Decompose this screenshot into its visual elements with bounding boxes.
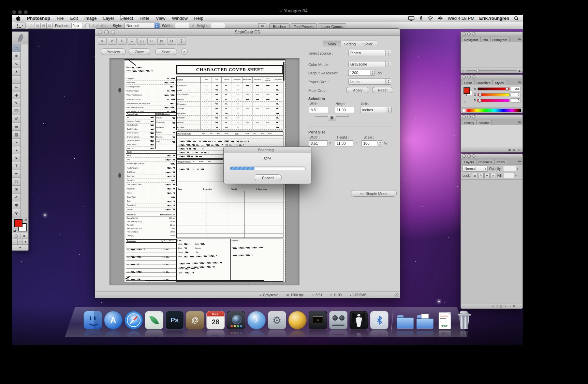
reset-button[interactable]: Reset — [372, 87, 393, 93]
palette-minimize-icon[interactable] — [467, 115, 471, 118]
palette-titlebar[interactable] — [461, 75, 523, 79]
zoom-button[interactable]: Zoom — [129, 48, 150, 55]
info-icon[interactable]: ⓘ — [177, 37, 186, 45]
select-source-dropdown[interactable]: Platen▲▼ — [348, 50, 391, 56]
layers-list[interactable] — [461, 179, 523, 303]
shape-tool[interactable]: ◻ — [12, 177, 21, 186]
file-browser-button[interactable]: ▧ — [258, 23, 266, 28]
display-menu-icon[interactable] — [408, 16, 414, 21]
palette-titlebar[interactable] — [461, 32, 523, 36]
apple-menu-icon[interactable] — [16, 16, 20, 21]
ical-dock-icon[interactable]: DEC28 — [206, 311, 225, 329]
system-preferences-dock-icon[interactable]: ⚙ — [268, 311, 286, 329]
print-height-input[interactable]: 11.00 — [335, 140, 353, 146]
history-brush-tool[interactable]: ↺ — [12, 115, 21, 123]
output-resolution-input[interactable]: 1200 — [348, 70, 370, 76]
anti-alias-checkbox[interactable] — [85, 24, 90, 28]
palette-tab[interactable]: Navigator — [462, 37, 481, 42]
green-slider[interactable] — [477, 93, 510, 96]
healing-brush-tool[interactable]: ✚ — [12, 91, 21, 99]
menu-item[interactable]: Edit — [70, 16, 78, 21]
mirror-icon[interactable]: ◫ — [137, 37, 146, 45]
lock-position-icon[interactable]: ✥ — [484, 173, 490, 178]
gold-orb-dock-icon[interactable] — [288, 311, 307, 329]
opacity-arrow-icon[interactable]: ▸ — [517, 167, 519, 170]
print-scale-input[interactable]: 100 — [362, 140, 377, 146]
safari-dock-icon[interactable] — [124, 311, 143, 329]
palette-close-icon[interactable] — [462, 75, 466, 79]
new-selection-icon[interactable]: ▢ — [28, 23, 34, 29]
scan-button[interactable]: Scan — [155, 48, 177, 55]
new-document-from-state-icon[interactable]: ▣ — [508, 148, 511, 152]
simple-mode-button[interactable]: << Simple Mode — [351, 190, 397, 197]
palette-titlebar[interactable] — [461, 115, 523, 119]
path-selection-tool[interactable]: ➤ — [12, 154, 21, 162]
adjustment-layer-icon[interactable]: ◐ — [505, 304, 506, 308]
resolution-stepper[interactable]: ▲▼ — [370, 70, 374, 76]
scangear-tab[interactable]: Color — [359, 41, 377, 47]
notes-tool[interactable]: ✉ — [12, 185, 21, 194]
tool-preset-picker[interactable]: ▾ — [15, 23, 26, 29]
preview-button[interactable]: Preview — [101, 48, 126, 55]
menu-item[interactable]: File — [57, 16, 64, 21]
palette-titlebar[interactable] — [461, 154, 523, 158]
link-layers-icon[interactable]: ∞ — [492, 304, 494, 308]
app-store-dock-icon[interactable]: A — [104, 311, 122, 329]
palette-zoom-icon[interactable] — [472, 32, 475, 35]
blue-slider[interactable] — [477, 99, 510, 102]
audio-device-dock-icon[interactable] — [329, 311, 348, 329]
palette-menu-icon[interactable]: ◉▸ — [518, 38, 521, 41]
quick-mask-mode-button[interactable]: ◉ — [20, 233, 29, 239]
type-tool[interactable]: T — [12, 162, 21, 170]
history-list[interactable] — [461, 125, 523, 147]
dodge-tool[interactable]: ◑ — [12, 146, 21, 154]
color-spectrum-bar[interactable] — [462, 109, 521, 112]
remote-window-titlebar[interactable]: ▪ Youngren34 — [0, 0, 588, 15]
bluetooth-exchange-dock-icon[interactable] — [370, 311, 388, 329]
palette-tab[interactable]: History — [462, 120, 477, 125]
chip-utility-dock-icon[interactable]: ≡ — [309, 311, 327, 329]
palette-minimize-icon[interactable] — [467, 32, 471, 35]
red-slider-thumb[interactable] — [505, 87, 509, 91]
rotate-left-icon[interactable]: ↺ — [108, 37, 117, 45]
zoom-in-mountain-icon[interactable]: ▴ — [518, 68, 520, 73]
hand-tool[interactable]: ✽ — [12, 201, 21, 209]
palette-close-icon[interactable] — [462, 115, 466, 118]
selection-height-input[interactable]: 11.00 — [335, 107, 354, 113]
palette-tab[interactable]: Paths — [494, 159, 507, 164]
magic-wand-tool[interactable]: ✶ — [12, 68, 21, 76]
scale-stepper[interactable]: ▲▼ — [378, 140, 382, 146]
navigator-proxy-area[interactable] — [461, 42, 523, 68]
crop-icon[interactable]: ⌗ — [98, 37, 107, 45]
palette-zoom-icon[interactable] — [472, 75, 475, 79]
menu-item[interactable]: Filter — [139, 16, 149, 21]
layer-group-icon[interactable]: ▱ — [509, 304, 511, 308]
leaf-editor-dock-icon[interactable] — [145, 311, 163, 329]
jump-to-imageready-button[interactable]: ➔ — [12, 244, 28, 251]
link-dimensions-button[interactable]: ▣ — [328, 115, 336, 120]
swap-colors-icon[interactable]: ⇄ — [24, 218, 27, 222]
tuxedo-app-dock-icon[interactable] — [350, 311, 368, 329]
foreground-color-swatch[interactable] — [14, 219, 23, 227]
green-slider-thumb[interactable] — [479, 93, 482, 97]
default-colors-icon[interactable]: ◪ — [13, 229, 16, 232]
zoom-tool[interactable]: ⚲ — [12, 209, 21, 217]
delete-layer-icon[interactable]: ▭ — [517, 304, 520, 308]
layer-mask-icon[interactable]: ◻ — [500, 304, 502, 308]
layer-style-icon[interactable]: ƒ — [496, 304, 498, 308]
palette-tab[interactable]: Swatches — [474, 80, 493, 85]
ruler-icon[interactable]: ▤ — [157, 37, 166, 45]
scangear-tab[interactable]: Setting — [341, 41, 359, 47]
palette-zoom-icon[interactable] — [472, 115, 475, 118]
eyedropper-tool[interactable]: ✐ — [12, 193, 21, 201]
fill-field[interactable] — [504, 173, 514, 178]
fit-view-icon[interactable]: ⊡ — [147, 37, 156, 45]
menu-item[interactable]: Image — [84, 16, 97, 21]
finder-dock-icon[interactable] — [84, 311, 102, 329]
scanning-dialog-title[interactable]: Scanning... — [224, 147, 311, 153]
add-selection-icon[interactable]: ◫ — [34, 23, 40, 29]
blue-value[interactable]: 0 — [511, 98, 520, 103]
green-value[interactable]: 0 — [511, 93, 520, 97]
pen-tool[interactable]: ✒ — [12, 170, 21, 178]
photoshop-dock-icon[interactable]: Ps — [165, 311, 184, 329]
